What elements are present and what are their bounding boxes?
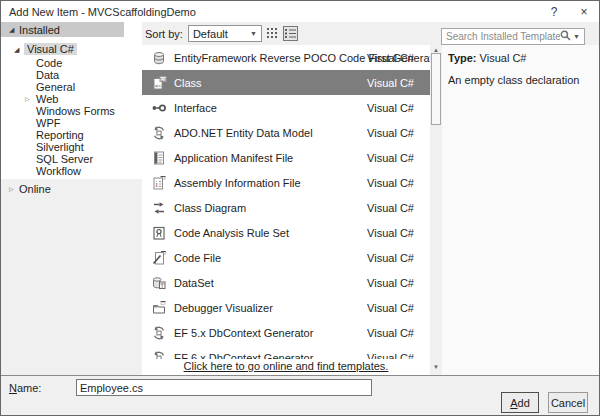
list-item-interface[interactable]: InterfaceVisual C#: [142, 95, 430, 120]
template-language: Visual C#: [367, 77, 414, 89]
scroll-down-icon[interactable]: ▼: [430, 364, 442, 370]
online-category-header[interactable]: ▷ Online: [1, 182, 142, 196]
add-button[interactable]: Add: [501, 392, 539, 413]
type-label: Type:: [448, 52, 477, 64]
list-item-application-manifest-file[interactable]: Application Manifest FileVisual C#: [142, 145, 430, 170]
list-item-code-analysis-rule-set[interactable]: Code Analysis Rule SetVisual C#: [142, 220, 430, 245]
rule-set-icon: [151, 225, 167, 241]
sidebar-item-general[interactable]: General: [1, 81, 142, 93]
template-language: Visual C#: [367, 202, 414, 214]
template-name: Code Analysis Rule Set: [174, 227, 289, 239]
sidebar-item-code[interactable]: Code: [1, 57, 142, 69]
template-language: Visual C#: [367, 352, 414, 360]
list-item-debugger-visualizer[interactable]: C#Debugger VisualizerVisual C#: [142, 295, 430, 320]
entity-model-icon: [151, 125, 167, 141]
template-name: Interface: [174, 102, 217, 114]
sidebar-item-label: SQL Server: [36, 153, 93, 165]
online-link-zone: Click here to go online and find templat…: [142, 360, 430, 372]
class-diagram-icon: [151, 200, 167, 216]
sort-by-value: Default: [193, 28, 250, 40]
sidebar-item-label: Reporting: [36, 129, 84, 141]
sidebar-item-silverlight[interactable]: Silverlight: [1, 141, 142, 153]
sidebar-item-reporting[interactable]: Reporting: [1, 129, 142, 141]
svg-text:C#: C#: [161, 301, 167, 306]
list-view-icon: [285, 28, 296, 39]
small-icons-view-button[interactable]: [283, 26, 298, 41]
sidebar-item-label: Visual C#: [24, 43, 77, 55]
template-name: Code File: [174, 252, 221, 264]
dataset-icon: [151, 275, 167, 291]
search-icon[interactable]: [560, 30, 571, 43]
go-online-link[interactable]: Click here to go online and find templat…: [184, 360, 389, 372]
template-language: Visual C#: [367, 177, 414, 189]
template-name: Class: [174, 77, 202, 89]
sidebar-item-sql-server[interactable]: SQL Server: [1, 153, 142, 165]
template-language: Visual C#: [367, 102, 414, 114]
expanded-triangle-icon: ◢: [9, 26, 18, 33]
category-panel: ◢ Installed ◢ Visual C# CodeDataGeneral▷…: [1, 22, 142, 179]
tree-children: CodeDataGeneral▷WebWindows FormsWPFRepor…: [1, 57, 142, 177]
manifest-file-icon: [151, 150, 167, 166]
template-language: Visual C#: [367, 327, 414, 339]
list-item-dataset[interactable]: DataSetVisual C#: [142, 270, 430, 295]
sidebar-item-label: Code: [36, 57, 62, 69]
sidebar-item-windows-forms[interactable]: Windows Forms: [1, 105, 142, 117]
list-toolbar: Sort by: Default ▼: [142, 22, 430, 45]
sidebar-item-visual-csharp[interactable]: ◢ Visual C#: [1, 42, 142, 56]
medium-icons-view-button[interactable]: [265, 26, 280, 41]
interface-icon: [151, 100, 167, 116]
collapsed-triangle-icon: ▷: [25, 96, 34, 102]
template-name: Debugger Visualizer: [174, 302, 273, 314]
installed-category-header[interactable]: ◢ Installed: [1, 22, 124, 37]
cancel-button[interactable]: Cancel: [548, 392, 588, 413]
sidebar-item-wpf[interactable]: WPF: [1, 117, 142, 129]
assembly-info-icon: C#i: [151, 175, 167, 191]
list-item-code-file[interactable]: C#Code FileVisual C#: [142, 245, 430, 270]
close-button[interactable]: ×: [569, 1, 599, 22]
template-name: DataSet: [174, 277, 214, 289]
template-language: Visual C#: [367, 252, 414, 264]
list-item-class[interactable]: C#ClassVisual C#: [142, 70, 430, 95]
template-list: EntityFramework Reverse POCO Code First …: [142, 45, 430, 375]
template-name: EF 6.x DbContext Generator: [174, 352, 313, 360]
search-options-chevron-icon[interactable]: ▼: [573, 33, 580, 40]
search-input[interactable]: [442, 31, 560, 42]
sidebar-item-web[interactable]: ▷Web: [1, 93, 142, 105]
list-scrollbar[interactable]: ▲ ▼: [430, 45, 442, 372]
list-item-entityframework-reverse-poco-code-first-generator[interactable]: EntityFramework Reverse POCO Code First …: [142, 45, 430, 70]
template-language: Visual C#: [367, 52, 414, 64]
name-input[interactable]: [76, 379, 372, 396]
sort-by-dropdown[interactable]: Default ▼: [188, 25, 262, 42]
list-item-class-diagram[interactable]: Class DiagramVisual C#: [142, 195, 430, 220]
ef-generator-icon: [151, 325, 167, 341]
list-item-ado-net-entity-data-model[interactable]: ADO.NET Entity Data ModelVisual C#: [142, 120, 430, 145]
online-label: Online: [19, 183, 51, 195]
sidebar-item-data[interactable]: Data: [1, 69, 142, 81]
template-language: Visual C#: [367, 152, 414, 164]
sidebar-item-label: WPF: [36, 117, 60, 129]
help-button[interactable]: ?: [539, 1, 569, 22]
sidebar-item-label: Silverlight: [36, 141, 84, 153]
title-bar: Add New Item - MVCScaffoldingDemo ? ×: [1, 1, 599, 22]
debugger-visualizer-icon: C#: [151, 300, 167, 316]
template-rows: EntityFramework Reverse POCO Code First …: [142, 45, 430, 359]
template-name: Assembly Information File: [174, 177, 301, 189]
installed-label: Installed: [19, 24, 60, 36]
template-language: Visual C#: [367, 302, 414, 314]
template-name: ADO.NET Entity Data Model: [174, 127, 313, 139]
sidebar-item-workflow[interactable]: Workflow: [1, 165, 142, 177]
name-label: Name:: [9, 382, 41, 394]
collapsed-triangle-icon: ▷: [9, 186, 18, 192]
class-file-icon: C#: [151, 75, 167, 91]
sidebar-item-label: Web: [36, 93, 58, 105]
template-language: Visual C#: [367, 127, 414, 139]
list-item-ef-5-x-dbcontext-generator[interactable]: EF 5.x DbContext GeneratorVisual C#: [142, 320, 430, 345]
template-description: An empty class declaration: [448, 74, 600, 86]
template-name: Application Manifest File: [174, 152, 293, 164]
list-item-ef-6-x-dbcontext-generator[interactable]: EF 6.x DbContext GeneratorVisual C#: [142, 345, 430, 359]
template-language: Visual C#: [367, 277, 414, 289]
list-item-assembly-information-file[interactable]: C#iAssembly Information FileVisual C#: [142, 170, 430, 195]
code-file-icon: C#: [151, 250, 167, 266]
expanded-triangle-icon: ◢: [14, 46, 24, 53]
scrollbar-thumb[interactable]: [431, 53, 441, 125]
